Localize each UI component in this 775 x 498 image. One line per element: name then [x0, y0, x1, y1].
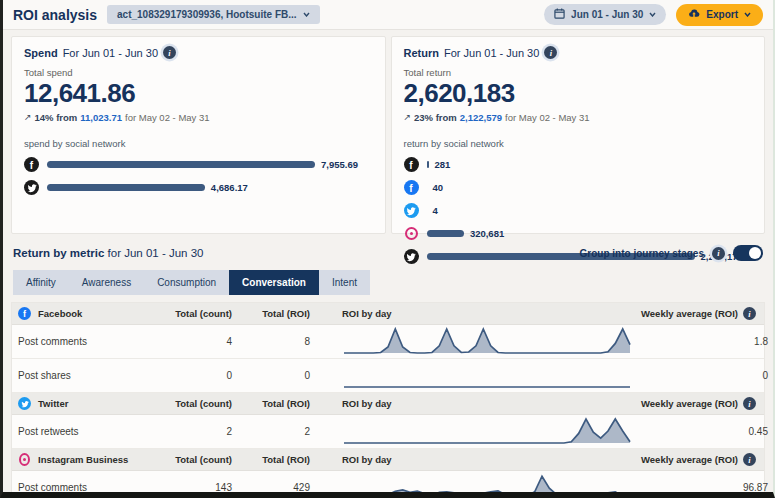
- network-name: Instagram Business: [18, 453, 168, 466]
- network-bar-row: 4: [404, 204, 753, 218]
- spend-bars-title: spend by social network: [24, 138, 373, 149]
- date-range-picker[interactable]: Jun 01 - Jun 30: [544, 4, 666, 25]
- col-total-count: Total (count): [168, 454, 246, 465]
- count-value: 4: [168, 336, 246, 347]
- facebook-blue-icon: f: [18, 307, 31, 320]
- total-spend-value: 12,641.86: [24, 79, 373, 108]
- col-weekly-average: Weekly average (ROI)i: [620, 453, 760, 466]
- export-label: Export: [706, 9, 738, 20]
- return-panel: Return For Jun 01 - Jun 30 i Total retur…: [391, 36, 766, 234]
- download-cloud-icon: [688, 9, 700, 21]
- table-row: Post comments481.8: [12, 325, 764, 359]
- roi-analysis-page: ROI analysis act_108329179309936, Hootsu…: [0, 0, 775, 498]
- network-bar-row: 4,686.17: [24, 181, 373, 195]
- col-total-count: Total (count): [168, 308, 246, 319]
- spend-panel-title: Spend: [24, 47, 58, 59]
- export-button[interactable]: Export: [676, 4, 763, 26]
- table-row: Post comments14342996.87: [12, 471, 764, 498]
- bar: [47, 184, 205, 191]
- group-journey-stages-toggle[interactable]: [733, 245, 763, 261]
- bar-value-label: 320,681: [470, 228, 504, 239]
- col-roi-by-day: ROI by day: [324, 308, 620, 319]
- metric-name: Post comments: [18, 482, 168, 493]
- tab-conversation[interactable]: Conversation: [229, 270, 319, 295]
- bar: [47, 161, 315, 168]
- facebook-dark-icon: f: [24, 157, 39, 172]
- col-roi-by-day: ROI by day: [324, 398, 620, 409]
- return-panel-period: For Jun 01 - Jun 30: [444, 47, 539, 59]
- roi-by-day-sparkline: [324, 326, 632, 358]
- roi-by-day-sparkline: [324, 360, 632, 392]
- total-return-value: 2,620,183: [404, 79, 753, 108]
- spend-change-line: ↗ 14% from 11,023.71 for May 02 - May 31: [24, 112, 373, 123]
- col-total-roi: Total (ROI): [246, 454, 324, 465]
- total-return-label: Total return: [404, 67, 753, 78]
- metric-name: Post shares: [18, 370, 168, 381]
- table-row: Post retweets220.45: [12, 415, 764, 449]
- account-dropdown-label: act_108329179309936, Hootsuite FB...: [117, 9, 297, 20]
- return-previous-value-link[interactable]: 2,122,579: [460, 112, 502, 123]
- network-bar-row: 320,681: [404, 227, 753, 241]
- spend-change-pct: 14% from: [35, 112, 78, 123]
- bar: [427, 161, 429, 168]
- chevron-down-icon: [649, 12, 656, 17]
- return-by-metric-table: fFacebookTotal (count)Total (ROI)ROI by …: [11, 302, 765, 498]
- network-name: fFacebook: [18, 307, 168, 320]
- tab-awareness[interactable]: Awareness: [69, 270, 144, 295]
- metric-name: Post comments: [18, 336, 168, 347]
- roi-value: 429: [246, 482, 324, 493]
- return-by-metric-title: Return by metric for Jun 01 - Jun 30: [13, 247, 204, 259]
- roi-value: 8: [246, 336, 324, 347]
- col-roi-by-day: ROI by day: [324, 454, 620, 465]
- table-group-header: fFacebookTotal (count)Total (ROI)ROI by …: [12, 303, 764, 325]
- table-row: Post shares000: [12, 359, 764, 393]
- col-total-roi: Total (ROI): [246, 398, 324, 409]
- info-icon[interactable]: i: [163, 46, 176, 59]
- spend-previous-value-link[interactable]: 11,023.71: [80, 112, 122, 123]
- weekly-average-value: 1.8: [632, 336, 772, 347]
- toggle-knob: [749, 247, 761, 259]
- bar-value-label: 40: [433, 182, 444, 193]
- info-icon[interactable]: i: [743, 397, 756, 410]
- bar-value-label: 4,686.17: [211, 182, 248, 193]
- spend-change-period: for May 02 - May 31: [125, 112, 209, 123]
- bar-value-label: 281: [435, 159, 451, 170]
- tab-consumption[interactable]: Consumption: [144, 270, 229, 295]
- info-icon[interactable]: i: [743, 453, 756, 466]
- weekly-average-value: 0: [632, 370, 772, 381]
- facebook-dark-icon: f: [404, 157, 419, 172]
- account-dropdown[interactable]: act_108329179309936, Hootsuite FB...: [107, 5, 320, 24]
- spend-panel: Spend For Jun 01 - Jun 30 i Total spend …: [11, 36, 386, 234]
- date-range-label: Jun 01 - Jun 30: [571, 9, 643, 20]
- return-bars-title: return by social network: [404, 138, 753, 149]
- info-icon[interactable]: i: [743, 307, 756, 320]
- instagram-icon: [18, 453, 31, 466]
- col-weekly-average: Weekly average (ROI)i: [620, 307, 760, 320]
- info-icon[interactable]: i: [544, 46, 557, 59]
- twitter-dark-icon: [24, 180, 39, 195]
- facebook-blue-icon: f: [404, 180, 419, 195]
- twitter-blue-icon: [404, 203, 419, 218]
- tab-affinity[interactable]: Affinity: [13, 270, 69, 295]
- return-change-period: for May 02 - May 31: [505, 112, 589, 123]
- table-group-header: Instagram BusinessTotal (count)Total (RO…: [12, 449, 764, 471]
- return-change-pct: 23% from: [414, 112, 457, 123]
- table-group-header: TwitterTotal (count)Total (ROI)ROI by da…: [12, 393, 764, 415]
- total-spend-label: Total spend: [24, 67, 373, 78]
- network-bar-row: f7,955.69: [24, 158, 373, 172]
- col-weekly-average: Weekly average (ROI)i: [620, 397, 760, 410]
- twitter-dark-icon: [404, 249, 419, 264]
- spend-panel-period: For Jun 01 - Jun 30: [63, 47, 158, 59]
- group-journey-stages-label: Group into journey stages: [580, 248, 704, 259]
- roi-value: 2: [246, 426, 324, 437]
- return-change-line: ↗ 23% from 2,122,579 for May 02 - May 31: [404, 112, 753, 123]
- trend-up-icon: ↗: [404, 112, 412, 122]
- trend-up-icon: ↗: [24, 112, 32, 122]
- tab-intent[interactable]: Intent: [319, 270, 370, 295]
- bar: [427, 230, 464, 237]
- twitter-blue-icon: [18, 397, 31, 410]
- top-bar: ROI analysis act_108329179309936, Hootsu…: [3, 0, 773, 30]
- info-icon[interactable]: i: [712, 247, 725, 260]
- spend-by-network-chart: f7,955.694,686.17: [24, 158, 373, 195]
- instagram-icon: [404, 226, 419, 241]
